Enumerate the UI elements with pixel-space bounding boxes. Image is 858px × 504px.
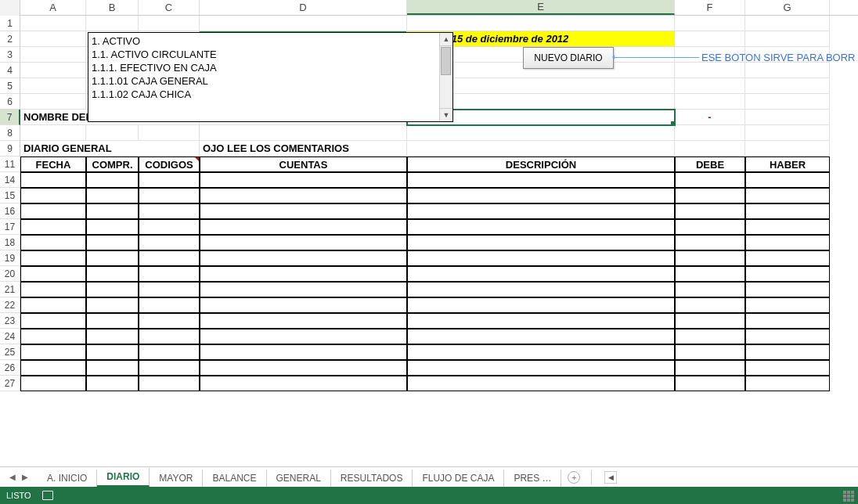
cell-D18[interactable] xyxy=(200,235,407,250)
tab-inicio[interactable]: A. INICIO xyxy=(38,470,97,487)
cell-G20[interactable] xyxy=(745,266,830,282)
cell-E18[interactable] xyxy=(407,235,675,250)
cell-F22[interactable] xyxy=(675,297,745,313)
cell-F15[interactable] xyxy=(675,188,745,203)
row-header-27[interactable]: 27 xyxy=(0,376,20,391)
cell-C15[interactable] xyxy=(139,188,200,203)
cell-B17[interactable] xyxy=(86,219,139,235)
cell-F19[interactable] xyxy=(675,250,745,266)
cell-B27[interactable] xyxy=(86,376,139,391)
tab-balance[interactable]: BALANCE xyxy=(203,470,266,487)
cell-E14[interactable] xyxy=(407,172,675,188)
cell-E25[interactable] xyxy=(407,344,675,360)
cell-F23[interactable] xyxy=(675,313,745,329)
cell-E1[interactable] xyxy=(407,16,675,31)
cell-G2[interactable] xyxy=(745,31,830,47)
hscroll-left-icon[interactable]: ◀ xyxy=(604,471,617,484)
col-header-B[interactable]: B xyxy=(86,0,139,15)
tab-resultados[interactable]: RESULTADOS xyxy=(331,470,413,487)
cell-F21[interactable] xyxy=(675,282,745,297)
row-header-26[interactable]: 26 xyxy=(0,360,20,376)
cell-C25[interactable] xyxy=(139,344,200,360)
cell-G4[interactable] xyxy=(745,63,830,78)
nuevo-diario-button[interactable]: NUEVO DIARIO xyxy=(523,47,614,69)
col-header-D[interactable]: D xyxy=(200,0,407,15)
cell-B21[interactable] xyxy=(86,282,139,297)
row-header-3[interactable]: 3 xyxy=(0,47,20,63)
cell-F26[interactable] xyxy=(675,360,745,376)
cell-B26[interactable] xyxy=(86,360,139,376)
cell-D27[interactable] xyxy=(200,376,407,391)
scroll-down-icon[interactable]: ▼ xyxy=(440,108,452,121)
cell-D22[interactable] xyxy=(200,297,407,313)
cell-A14[interactable] xyxy=(20,172,86,188)
cell-E23[interactable] xyxy=(407,313,675,329)
row-header-4[interactable]: 4 xyxy=(0,63,20,78)
cell-C1[interactable] xyxy=(139,16,200,31)
th-cuentas[interactable]: CUENTAS xyxy=(200,157,407,172)
cell-F2[interactable] xyxy=(675,31,745,47)
tab-flujo-caja[interactable]: FLUJO DE CAJA xyxy=(413,470,504,487)
dropdown-item[interactable]: 1.1.1. EFECTIVO EN CAJA xyxy=(92,61,436,74)
cell-D8[interactable] xyxy=(200,125,407,141)
tab-nav-prev-icon[interactable]: ◀ xyxy=(9,473,16,481)
cell-D19[interactable] xyxy=(200,250,407,266)
cell-C20[interactable] xyxy=(139,266,200,282)
cell-F5[interactable] xyxy=(675,78,745,94)
cell-F16[interactable] xyxy=(675,203,745,219)
cell-B20[interactable] xyxy=(86,266,139,282)
cell-D1[interactable] xyxy=(200,16,407,31)
cell-G24[interactable] xyxy=(745,329,830,344)
cell-F20[interactable] xyxy=(675,266,745,282)
th-descripcion[interactable]: DESCRIPCIÓN xyxy=(407,157,675,172)
cell-A8[interactable] xyxy=(20,125,86,141)
cell-A16[interactable] xyxy=(20,203,86,219)
row-header-24[interactable]: 24 xyxy=(0,329,20,344)
cell-B1[interactable] xyxy=(86,16,139,31)
col-header-E[interactable]: E xyxy=(407,0,675,15)
cell-G16[interactable] xyxy=(745,203,830,219)
cell-C19[interactable] xyxy=(139,250,200,266)
row-header-17[interactable]: 17 xyxy=(0,219,20,235)
col-header-G[interactable]: G xyxy=(745,0,830,15)
cell-F25[interactable] xyxy=(675,344,745,360)
row-header-16[interactable]: 16 xyxy=(0,203,20,219)
cell-D21[interactable] xyxy=(200,282,407,297)
row-header-15[interactable]: 15 xyxy=(0,188,20,203)
cell-G15[interactable] xyxy=(745,188,830,203)
cell-E19[interactable] xyxy=(407,250,675,266)
row-header-22[interactable]: 22 xyxy=(0,297,20,313)
cell-G25[interactable] xyxy=(745,344,830,360)
cell-A24[interactable] xyxy=(20,329,86,344)
cell-A1[interactable] xyxy=(20,16,86,31)
cell-G21[interactable] xyxy=(745,282,830,297)
cell-F9[interactable] xyxy=(675,141,745,157)
cell-E16[interactable] xyxy=(407,203,675,219)
cell-G6[interactable] xyxy=(745,94,830,110)
cell-A21[interactable] xyxy=(20,282,86,297)
cell-A2[interactable] xyxy=(20,31,86,47)
cell-B8[interactable] xyxy=(86,125,139,141)
cell-A3[interactable] xyxy=(20,47,86,63)
cell-B25[interactable] xyxy=(86,344,139,360)
th-fecha[interactable]: FECHA xyxy=(20,157,86,172)
cell-B18[interactable] xyxy=(86,235,139,250)
cell-B14[interactable] xyxy=(86,172,139,188)
cell-F8[interactable] xyxy=(675,125,745,141)
cell-A27[interactable] xyxy=(20,376,86,391)
scroll-track[interactable] xyxy=(440,76,452,108)
cell-A25[interactable] xyxy=(20,344,86,360)
cell-G8[interactable] xyxy=(745,125,830,141)
cell-A22[interactable] xyxy=(20,297,86,313)
row-header-20[interactable]: 20 xyxy=(0,266,20,282)
cell-C27[interactable] xyxy=(139,376,200,391)
row-header-9[interactable]: 9 xyxy=(0,141,20,157)
row-header-18[interactable]: 18 xyxy=(0,235,20,250)
col-header-F[interactable]: F xyxy=(675,0,745,15)
cell-G19[interactable] xyxy=(745,250,830,266)
cell-G7[interactable] xyxy=(745,110,830,125)
cell-F6[interactable] xyxy=(675,94,745,110)
cell-C23[interactable] xyxy=(139,313,200,329)
cell-A19[interactable] xyxy=(20,250,86,266)
cell-G9[interactable] xyxy=(745,141,830,157)
